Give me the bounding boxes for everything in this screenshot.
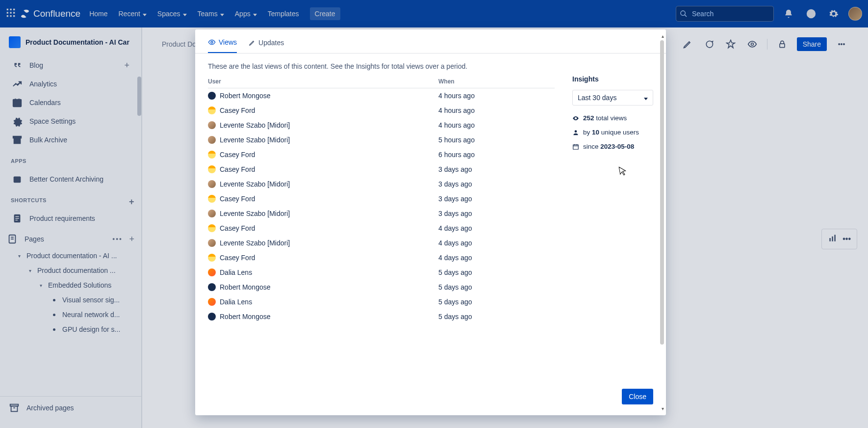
tab-views[interactable]: Views — [208, 38, 237, 53]
user-avatar — [208, 298, 216, 306]
modal-footer: Close — [195, 382, 666, 415]
insights-heading: Insights — [572, 75, 653, 83]
pencil-icon — [249, 39, 255, 46]
stat-users: by 10 unique users — [572, 129, 653, 136]
user-name[interactable]: Levente Szabo [Midori] — [220, 136, 290, 144]
view-row: Robert Mongose4 hours ago — [208, 88, 555, 103]
view-when: 3 days ago — [438, 195, 472, 203]
view-row: Levente Szabo [Midori]4 hours ago — [208, 118, 555, 133]
eye-icon — [208, 38, 216, 46]
user-name[interactable]: Casey Ford — [220, 165, 255, 173]
view-when: 5 days ago — [438, 268, 472, 276]
svg-rect-38 — [573, 144, 579, 149]
modal-subtext: These are the last views of this content… — [195, 54, 666, 75]
user-avatar — [208, 107, 216, 114]
user-avatar — [208, 180, 216, 188]
user-name[interactable]: Robert Mongose — [220, 313, 271, 321]
svg-point-37 — [575, 130, 577, 133]
chevron-down-icon — [643, 94, 648, 102]
user-avatar — [208, 210, 216, 217]
view-row: Levente Szabo [Midori]5 hours ago — [208, 133, 555, 147]
stat-views: 252 total views — [572, 114, 653, 122]
tab-updates[interactable]: Updates — [249, 38, 284, 53]
stat-since: since 2023-05-08 — [572, 143, 653, 150]
view-row: Robert Mongose5 days ago — [208, 309, 555, 324]
insights-panel: Insights Last 30 days 252 total views by… — [572, 75, 653, 377]
view-row: Dalia Lens5 days ago — [208, 265, 555, 280]
user-name[interactable]: Robert Mongose — [220, 283, 271, 291]
view-when: 5 hours ago — [438, 136, 475, 144]
views-list: User When Robert Mongose4 hours agoCasey… — [208, 75, 555, 377]
view-row: Casey Ford4 days ago — [208, 250, 555, 265]
user-avatar — [208, 92, 216, 100]
user-avatar — [208, 254, 216, 262]
user-avatar — [208, 224, 216, 232]
user-avatar — [208, 136, 216, 144]
view-row: Levente Szabo [Midori]4 days ago — [208, 236, 555, 250]
user-avatar — [208, 313, 216, 321]
view-row: Casey Ford6 hours ago — [208, 147, 555, 162]
view-when: 4 days ago — [438, 254, 472, 262]
user-name[interactable]: Levente Szabo [Midori] — [220, 180, 290, 188]
user-avatar — [208, 121, 216, 129]
user-avatar — [208, 268, 216, 276]
view-row: Casey Ford4 hours ago — [208, 103, 555, 118]
view-row: Robert Mongose5 days ago — [208, 280, 555, 294]
eye-icon — [572, 115, 579, 122]
view-row: Levente Szabo [Midori]3 days ago — [208, 206, 555, 221]
view-row: Casey Ford4 days ago — [208, 221, 555, 236]
user-name[interactable]: Dalia Lens — [220, 268, 252, 276]
calendar-icon — [572, 143, 579, 150]
view-when: 4 hours ago — [438, 92, 475, 100]
user-avatar — [208, 239, 216, 247]
user-name[interactable]: Levente Szabo [Midori] — [220, 239, 290, 247]
view-when: 3 days ago — [438, 210, 472, 217]
view-row: Dalia Lens5 days ago — [208, 294, 555, 309]
user-avatar — [208, 165, 216, 173]
user-name[interactable]: Levente Szabo [Midori] — [220, 210, 290, 217]
view-when: 5 days ago — [438, 313, 472, 321]
modal-tabs: Views Updates — [195, 29, 666, 54]
user-name[interactable]: Levente Szabo [Midori] — [220, 121, 290, 129]
view-when: 4 days ago — [438, 224, 472, 232]
user-name[interactable]: Casey Ford — [220, 107, 255, 114]
user-name[interactable]: Casey Ford — [220, 151, 255, 159]
user-name[interactable]: Robert Mongose — [220, 92, 271, 100]
user-name[interactable]: Casey Ford — [220, 224, 255, 232]
user-icon — [572, 129, 579, 136]
user-name[interactable]: Dalia Lens — [220, 298, 252, 306]
svg-point-36 — [211, 41, 213, 43]
view-when: 5 days ago — [438, 298, 472, 306]
view-when: 4 hours ago — [438, 121, 475, 129]
modal-scrollbar[interactable]: ▴ ▾ — [658, 33, 665, 411]
user-avatar — [208, 195, 216, 203]
col-when: When — [438, 78, 455, 85]
col-user: User — [208, 78, 438, 85]
view-row: Levente Szabo [Midori]3 days ago — [208, 177, 555, 191]
view-when: 3 days ago — [438, 180, 472, 188]
view-when: 3 days ago — [438, 165, 472, 173]
user-avatar — [208, 283, 216, 291]
view-when: 6 hours ago — [438, 151, 475, 159]
user-name[interactable]: Casey Ford — [220, 254, 255, 262]
user-name[interactable]: Casey Ford — [220, 195, 255, 203]
list-header: User When — [208, 75, 555, 88]
period-select[interactable]: Last 30 days — [572, 90, 653, 106]
views-modal: Views Updates These are the last views o… — [195, 29, 666, 415]
view-when: 4 days ago — [438, 239, 472, 247]
view-when: 4 hours ago — [438, 107, 475, 114]
view-when: 5 days ago — [438, 283, 472, 291]
view-row: Casey Ford3 days ago — [208, 191, 555, 206]
user-avatar — [208, 151, 216, 159]
view-row: Casey Ford3 days ago — [208, 162, 555, 177]
close-button[interactable]: Close — [622, 389, 653, 404]
